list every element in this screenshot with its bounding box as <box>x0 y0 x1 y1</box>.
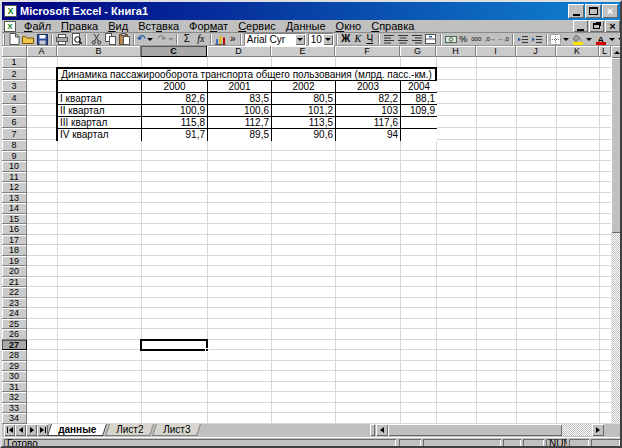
select-all-corner[interactable] <box>2 46 27 57</box>
prev-sheet-button[interactable] <box>15 424 26 436</box>
table-cell[interactable]: 113,5 <box>272 117 336 129</box>
row-header-18[interactable]: 18 <box>2 245 27 256</box>
doc-close-button[interactable]: × <box>605 20 620 32</box>
horizontal-scrollbar[interactable] <box>376 424 604 436</box>
first-sheet-button[interactable] <box>4 424 15 436</box>
undo-button[interactable]: ↶ <box>137 33 153 46</box>
table-cell[interactable]: 80,5 <box>272 93 336 105</box>
menu-Сервис[interactable]: Сервис <box>233 20 281 33</box>
row-header-5[interactable]: 5 <box>2 104 27 116</box>
row-header-32[interactable]: 32 <box>2 392 27 403</box>
row-header-30[interactable]: 30 <box>2 371 27 382</box>
table-cell[interactable]: 2002 <box>272 81 336 93</box>
table-cell[interactable]: II квартал <box>58 105 142 117</box>
table-cell[interactable]: 82,6 <box>142 93 208 105</box>
table-cell[interactable]: 117,6 <box>336 117 401 129</box>
row-header-23[interactable]: 23 <box>2 298 27 309</box>
row-header-3[interactable]: 3 <box>2 80 27 92</box>
column-header-G[interactable]: G <box>400 46 436 57</box>
toolbar-options-button[interactable]: » <box>228 33 238 46</box>
table-cell[interactable]: 109,9 <box>401 105 437 117</box>
column-header-K[interactable]: K <box>556 46 599 57</box>
row-header-4[interactable]: 4 <box>2 92 27 104</box>
row-header-33[interactable]: 33 <box>2 403 27 414</box>
column-header-L[interactable]: L <box>599 46 611 57</box>
row-header-24[interactable]: 24 <box>2 308 27 319</box>
row-header-7[interactable]: 7 <box>2 128 27 140</box>
currency-style-button[interactable] <box>444 33 458 46</box>
row-header-15[interactable]: 15 <box>2 214 27 225</box>
row-header-2[interactable]: 2 <box>2 68 27 80</box>
table-cell[interactable]: III квартал <box>58 117 142 129</box>
row-header-21[interactable]: 21 <box>2 277 27 288</box>
menu-Формат[interactable]: Формат <box>184 20 233 33</box>
column-header-F[interactable]: F <box>335 46 400 57</box>
table-cell[interactable]: 103 <box>336 105 401 117</box>
row-header-29[interactable]: 29 <box>2 361 27 372</box>
table-cell[interactable]: I квартал <box>58 93 142 105</box>
row-header-28[interactable]: 28 <box>2 350 27 361</box>
menu-Справка[interactable]: Справка <box>366 20 419 33</box>
chart-wizard-button[interactable] <box>214 33 228 46</box>
hscroll-thumb[interactable] <box>388 424 562 436</box>
cut-button[interactable] <box>89 33 103 46</box>
row-header-14[interactable]: 14 <box>2 203 27 214</box>
more-buttons-dropdown[interactable] <box>618 33 622 46</box>
table-cell[interactable]: 83,5 <box>208 93 272 105</box>
bold-button[interactable]: Ж <box>340 33 352 46</box>
menu-Вставка[interactable]: Вставка <box>133 20 184 33</box>
row-header-22[interactable]: 22 <box>2 287 27 298</box>
redo-button[interactable]: ↷ <box>157 33 173 46</box>
sheet-tab-Лист3[interactable]: Лист3 <box>152 424 201 436</box>
column-header-D[interactable]: D <box>207 46 271 57</box>
underline-button[interactable]: Ч <box>364 33 376 46</box>
menu-Вид[interactable]: Вид <box>103 20 133 33</box>
new-workbook-button[interactable] <box>7 33 21 46</box>
column-header-H[interactable]: H <box>436 46 476 57</box>
column-header-C[interactable]: C <box>141 46 207 57</box>
merge-center-button[interactable] <box>424 33 438 46</box>
row-header-34[interactable]: 34 <box>2 413 27 424</box>
comma-style-button[interactable]: 000 <box>469 33 484 46</box>
menu-Окно[interactable]: Окно <box>331 20 367 33</box>
row-header-13[interactable]: 13 <box>2 193 27 204</box>
align-center-button[interactable] <box>396 33 410 46</box>
row-header-10[interactable]: 10 <box>2 161 27 172</box>
table-cell[interactable]: 91,7 <box>142 129 208 141</box>
save-button[interactable] <box>35 33 49 46</box>
row-header-8[interactable]: 8 <box>2 140 27 151</box>
table-cell[interactable]: 2001 <box>208 81 272 93</box>
percent-style-button[interactable]: % <box>458 33 469 46</box>
table-cell[interactable]: 88,1 <box>401 93 437 105</box>
next-sheet-button[interactable] <box>26 424 37 436</box>
doc-restore-button[interactable] <box>589 20 604 32</box>
increase-indent-button[interactable] <box>530 33 544 46</box>
toolbar-grip[interactable] <box>3 34 5 45</box>
hscroll-track[interactable] <box>562 424 592 436</box>
vscroll-track[interactable] <box>611 233 622 425</box>
function-wizard-button[interactable]: fx <box>194 33 208 46</box>
row-header-11[interactable]: 11 <box>2 172 27 183</box>
row-header-31[interactable]: 31 <box>2 382 27 393</box>
table-cell[interactable]: 112,7 <box>208 117 272 129</box>
open-button[interactable] <box>21 33 35 46</box>
tab-split-handle[interactable] <box>370 424 375 436</box>
print-button[interactable] <box>55 33 69 46</box>
menu-Данные[interactable]: Данные <box>281 20 331 33</box>
column-header-E[interactable]: E <box>271 46 335 57</box>
table-cell[interactable]: 100,6 <box>208 105 272 117</box>
italic-button[interactable]: К <box>352 33 364 46</box>
table-cell[interactable]: 101,2 <box>272 105 336 117</box>
menu-Файл[interactable]: Файл <box>19 20 56 33</box>
row-header-17[interactable]: 17 <box>2 235 27 246</box>
row-header-25[interactable]: 25 <box>2 319 27 330</box>
active-cell-selector[interactable] <box>140 339 208 352</box>
row-header-27[interactable]: 27 <box>2 340 27 351</box>
increase-decimal-button[interactable]: ,0→ <box>484 33 497 46</box>
row-header-16[interactable]: 16 <box>2 224 27 235</box>
sheet-tab-данные[interactable]: данные <box>47 424 107 436</box>
row-header-12[interactable]: 12 <box>2 182 27 193</box>
row-header-1[interactable]: 1 <box>2 57 27 68</box>
column-header-I[interactable]: I <box>476 46 516 57</box>
row-header-26[interactable]: 26 <box>2 329 27 340</box>
